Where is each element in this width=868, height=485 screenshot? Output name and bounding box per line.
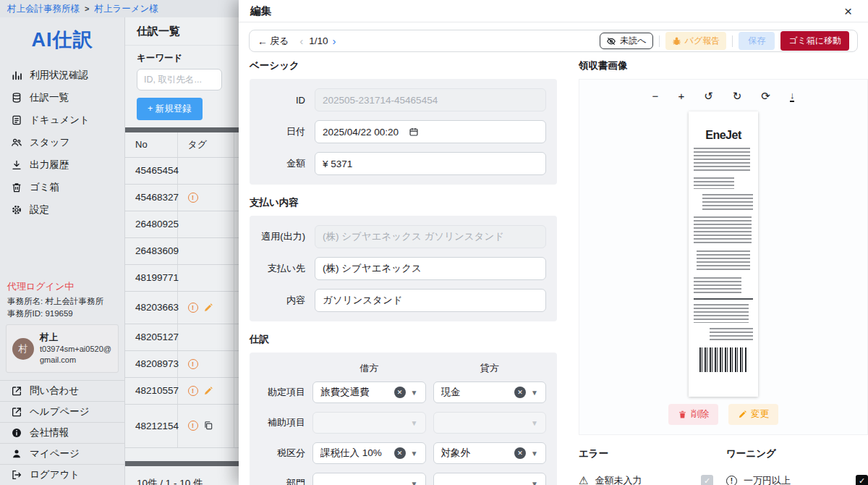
trash-icon — [11, 182, 22, 193]
rotate-right-icon[interactable]: ↻ — [733, 90, 742, 102]
back-button[interactable]: ← 戻る — [258, 35, 289, 48]
info-icon — [11, 427, 22, 439]
account-credit-select[interactable]: 現金 ✕▼ — [433, 381, 547, 403]
alert-icon: ! — [188, 303, 198, 313]
amount-field[interactable]: ¥ 5371 — [315, 152, 546, 175]
receipt-image: EneJet — [689, 111, 758, 397]
date-value: 2025/04/22 00:20 — [323, 127, 399, 138]
id-label: ID — [260, 95, 305, 106]
applied-label: 適用(出力) — [260, 230, 305, 243]
error-item-label: 金額未入力 — [595, 474, 642, 485]
error-item: ⚠ 金額未入力 ✓ — [579, 474, 713, 485]
sidebar-item-trash[interactable]: ゴミ箱 — [0, 176, 124, 198]
breadcrumb-office-link[interactable]: 村上会計事務所様 — [7, 3, 80, 15]
sidebar-item-staff[interactable]: スタッフ — [0, 131, 124, 153]
date-field[interactable]: 2025/04/22 00:20 — [315, 120, 546, 143]
content-label: 内容 — [260, 294, 305, 307]
delete-receipt-button[interactable]: 削除 — [668, 404, 718, 425]
chevron-down-icon: ▼ — [411, 480, 418, 485]
col-no[interactable]: No — [125, 132, 177, 157]
tax-credit-select[interactable]: 対象外 ✕▼ — [433, 442, 547, 464]
payee-field[interactable]: (株) シブヤエネックス — [315, 257, 546, 280]
sidebar-item-company-info[interactable]: 会社情報 — [0, 422, 124, 443]
account-debit-select[interactable]: 旅費交通費 ✕▼ — [312, 381, 426, 403]
section-payment-title: 支払い内容 — [250, 196, 557, 209]
sidebar-footer-menu: 問い合わせ ヘルプページ 会社情報 マイページ ログアウト — [0, 380, 124, 485]
gear-icon — [11, 204, 22, 216]
sidebar-item-journal-list[interactable]: 仕訳一覧 — [0, 86, 124, 109]
clear-icon[interactable]: ✕ — [394, 387, 406, 398]
warning-checkbox[interactable]: ✓ — [856, 475, 868, 485]
clear-icon[interactable]: ✕ — [394, 447, 406, 459]
prev-page-chevron[interactable]: ‹ — [299, 35, 303, 47]
rotate-left-icon[interactable]: ↺ — [704, 90, 713, 102]
account-label: 勘定項目 — [260, 386, 305, 399]
warning-item-label: 一万円以上 — [744, 474, 791, 485]
clear-icon[interactable]: ✕ — [514, 387, 526, 398]
receipt-image-title: 領収書画像 — [579, 59, 868, 72]
sidebar-item-settings[interactable]: 設定 — [0, 198, 124, 221]
sidebar: AI仕訳 利用状況確認 仕訳一覧 ドキュメント スタッフ 出力履歴 ゴミ箱 設定 — [0, 17, 125, 485]
app-root: 村上会計事務所様 > 村上ラーメン様 AI仕訳 利用状況確認 仕訳一覧 ドキュメ… — [0, 0, 868, 485]
copy-icon — [203, 421, 213, 431]
refresh-icon[interactable]: ⟳ — [761, 90, 770, 102]
trash-icon — [678, 410, 687, 419]
bar-chart-icon — [11, 69, 22, 81]
save-button[interactable]: 保存 — [739, 32, 775, 50]
row-no: 48205127 — [125, 324, 177, 350]
sidebar-item-usage[interactable]: 利用状況確認 — [0, 64, 124, 86]
user-card[interactable]: 村 村上 t03974sm+ai0520@gmail.com — [6, 324, 119, 373]
logout-icon — [11, 469, 22, 481]
sidebar-item-help[interactable]: ヘルプページ — [0, 401, 124, 422]
receipt-brand: EneJet — [694, 129, 753, 142]
keyword-input[interactable]: ID, 取引先名... — [137, 69, 222, 90]
row-no: 48199771 — [125, 264, 177, 291]
col-tag[interactable]: タグ — [177, 132, 234, 157]
pencil-icon — [203, 386, 213, 396]
calendar-icon[interactable] — [409, 127, 419, 137]
proxy-login-block: 代理ログイン中 事務所名: 村上会計事務所 事務所ID: 919659 — [0, 280, 124, 321]
alert-icon: ! — [188, 193, 198, 203]
sidebar-item-logout[interactable]: ログアウト — [0, 464, 124, 485]
breadcrumb-client-link[interactable]: 村上ラーメン様 — [94, 3, 158, 15]
sidebar-item-mypage[interactable]: マイページ — [0, 443, 124, 464]
receipt-viewer: − + ↺ ↻ ⟳ ↓ EneJet — [579, 79, 868, 435]
mark-unread-button[interactable]: 未読へ — [600, 33, 652, 49]
sidebar-item-label: ドキュメント — [30, 114, 90, 127]
new-entry-button[interactable]: + 新規登録 — [137, 98, 203, 120]
alert-icon: ! — [188, 421, 198, 431]
office-id: 事務所ID: 919659 — [7, 308, 117, 320]
circle-exclamation-icon: ! — [726, 476, 737, 485]
database-icon — [11, 92, 22, 104]
alert-icon: ! — [188, 386, 198, 396]
bug-report-button[interactable]: バグ報告 — [665, 32, 727, 50]
change-receipt-button[interactable]: 変更 — [728, 404, 778, 425]
error-checkbox[interactable]: ✓ — [701, 475, 713, 485]
next-page-chevron[interactable]: › — [333, 35, 336, 47]
close-icon[interactable]: × — [844, 4, 852, 18]
department-debit-select[interactable]: ▼ — [312, 473, 426, 485]
chevron-down-icon: ▼ — [411, 450, 418, 457]
account-credit-value: 現金 — [441, 386, 515, 399]
tax-debit-select[interactable]: 課税仕入 10% ✕▼ — [312, 442, 426, 464]
eye-off-icon — [606, 36, 616, 46]
clear-icon[interactable]: ✕ — [514, 447, 526, 459]
sidebar-item-label: ヘルプページ — [30, 405, 90, 418]
id-field: 202505-231714-45465454 — [315, 88, 546, 111]
download-icon — [11, 159, 22, 171]
zoom-out-icon[interactable]: − — [652, 90, 659, 102]
sidebar-item-label: ログアウト — [30, 468, 80, 481]
mark-unread-label: 未読へ — [620, 35, 646, 47]
department-credit-select[interactable]: ▼ — [433, 473, 547, 485]
download-icon[interactable]: ↓ — [790, 90, 795, 102]
content-field[interactable]: ガソリンスタンド — [315, 289, 546, 312]
row-no: 26483609 — [125, 237, 177, 264]
sidebar-item-contact[interactable]: 問い合わせ — [0, 380, 124, 401]
chevron-down-icon: ▼ — [531, 419, 538, 427]
sidebar-item-export-history[interactable]: 出力履歴 — [0, 153, 124, 176]
receipt-column: 領収書画像 − + ↺ ↻ ⟳ ↓ EneJet — [579, 58, 868, 485]
back-arrow-icon: ← — [258, 35, 268, 47]
sidebar-item-documents[interactable]: ドキュメント — [0, 109, 124, 131]
move-to-trash-button[interactable]: ゴミ箱に移動 — [780, 31, 849, 51]
zoom-in-icon[interactable]: + — [678, 90, 684, 102]
